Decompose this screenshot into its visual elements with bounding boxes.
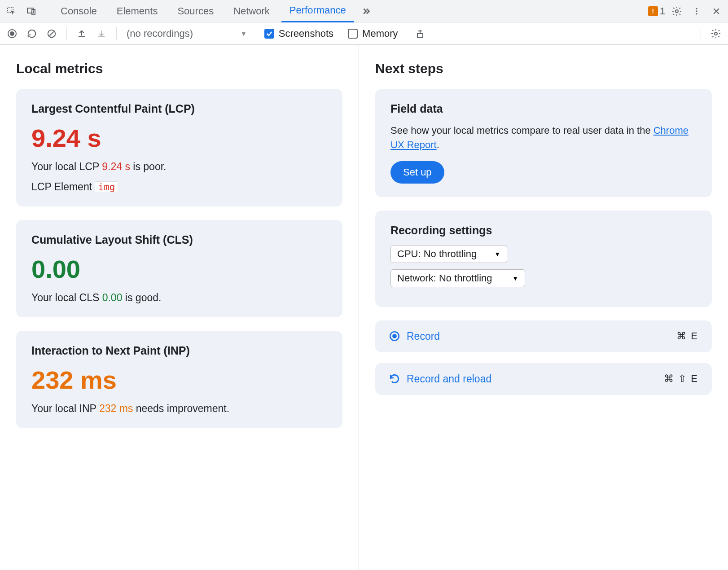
memory-label: Memory [362, 28, 398, 39]
record-button-icon[interactable] [4, 26, 20, 41]
inp-card: Interaction to Next Paint (INP) 232 ms Y… [16, 331, 342, 428]
record-icon [389, 330, 400, 342]
chevron-down-icon: ▼ [512, 275, 518, 282]
svg-point-11 [715, 32, 717, 35]
tab-console[interactable]: Console [53, 0, 105, 22]
cpu-throttling-value: CPU: No throttling [397, 248, 477, 260]
svg-rect-1 [27, 8, 33, 13]
svg-rect-10 [417, 34, 423, 37]
tab-elements[interactable]: Elements [109, 0, 166, 22]
more-tabs-icon[interactable] [358, 3, 374, 19]
close-icon[interactable] [708, 3, 724, 19]
svg-point-3 [675, 10, 678, 13]
memory-checkbox[interactable] [348, 29, 358, 39]
issues-badge[interactable]: ! 1 [648, 5, 665, 17]
issues-count: 1 [660, 5, 665, 17]
cls-desc: Your local CLS 0.00 is good. [31, 292, 327, 304]
lcp-desc-post: is poor. [130, 161, 167, 172]
inp-desc-post: needs improvement. [133, 403, 229, 414]
record-shortcut: ⌘ E [676, 330, 698, 342]
separator [257, 27, 257, 40]
reload-icon [389, 373, 400, 385]
upload-icon[interactable] [74, 26, 89, 41]
main-content: Local metrics Largest Contentful Paint (… [0, 45, 728, 570]
separator [66, 27, 67, 40]
reload-icon[interactable] [24, 26, 39, 41]
cls-desc-val: 0.00 [102, 292, 123, 303]
record-reload-action[interactable]: Record and reload ⌘ ⇧ E [375, 363, 712, 395]
recordings-label: (no recordings) [127, 28, 193, 39]
download-icon[interactable] [94, 26, 109, 41]
lcp-card: Largest Contentful Paint (LCP) 9.24 s Yo… [16, 89, 342, 206]
local-metrics-column: Local metrics Largest Contentful Paint (… [0, 45, 359, 570]
recording-settings-title: Recording settings [390, 224, 697, 237]
field-desc-pre: See how your local metrics compare to re… [390, 125, 653, 136]
recording-settings-card: Recording settings CPU: No throttling ▼ … [375, 210, 712, 307]
record-label: Record [407, 330, 440, 342]
lcp-element-row: LCP Element img [31, 181, 327, 193]
svg-point-5 [696, 10, 697, 12]
inp-title: Interaction to Next Paint (INP) [31, 344, 327, 357]
inp-desc: Your local INP 232 ms needs improvement. [31, 403, 327, 415]
lcp-value: 9.24 s [31, 123, 327, 153]
svg-point-8 [10, 31, 14, 36]
tab-network[interactable]: Network [225, 0, 278, 22]
lcp-desc-pre: Your local LCP [31, 161, 102, 172]
field-data-card: Field data See how your local metrics co… [375, 89, 712, 197]
device-toolbar-icon[interactable] [23, 3, 39, 19]
settings-icon[interactable] [669, 3, 685, 19]
cls-desc-pre: Your local CLS [31, 292, 102, 303]
field-data-desc: See how your local metrics compare to re… [390, 123, 697, 152]
screenshots-label: Screenshots [279, 28, 333, 39]
tab-sources[interactable]: Sources [169, 0, 222, 22]
warning-icon: ! [648, 6, 658, 16]
gc-icon[interactable] [412, 26, 428, 41]
field-data-title: Field data [390, 102, 697, 115]
inspect-element-icon[interactable] [4, 3, 20, 19]
lcp-element-tag[interactable]: img [95, 181, 118, 193]
inp-value: 232 ms [31, 365, 327, 395]
separator [116, 27, 117, 40]
kebab-menu-icon[interactable] [689, 3, 705, 19]
record-reload-shortcut: ⌘ ⇧ E [664, 373, 698, 385]
chevron-down-icon: ▼ [494, 250, 500, 258]
lcp-title: Largest Contentful Paint (LCP) [31, 102, 327, 115]
dropdown-caret-icon: ▼ [241, 30, 247, 37]
lcp-element-label: LCP Element [31, 181, 92, 193]
screenshots-checkbox[interactable] [264, 29, 274, 39]
network-throttling-select[interactable]: Network: No throttling ▼ [390, 269, 525, 287]
panel-settings-icon[interactable] [708, 26, 724, 41]
lcp-desc: Your local LCP 9.24 s is poor. [31, 161, 327, 173]
clear-icon[interactable] [44, 26, 59, 41]
svg-point-13 [392, 334, 397, 338]
tab-performance[interactable]: Performance [281, 0, 354, 22]
inp-desc-pre: Your local INP [31, 403, 99, 414]
separator [701, 27, 701, 40]
recordings-select[interactable]: (no recordings) ▼ [124, 28, 250, 39]
next-steps-heading: Next steps [375, 61, 712, 76]
field-desc-post: . [437, 139, 439, 150]
lcp-desc-val: 9.24 s [102, 161, 130, 172]
network-throttling-value: Network: No throttling [397, 272, 492, 284]
record-action[interactable]: Record ⌘ E [375, 320, 712, 352]
separator [46, 5, 46, 17]
set-up-button[interactable]: Set up [390, 161, 444, 184]
next-steps-column: Next steps Field data See how your local… [359, 45, 728, 570]
record-reload-label: Record and reload [407, 373, 491, 385]
svg-point-4 [696, 8, 697, 9]
cls-value: 0.00 [31, 254, 327, 284]
local-metrics-heading: Local metrics [16, 61, 342, 76]
cls-card: Cumulative Layout Shift (CLS) 0.00 Your … [16, 220, 342, 317]
svg-point-6 [696, 13, 697, 14]
cpu-throttling-select[interactable]: CPU: No throttling ▼ [390, 245, 507, 263]
perf-toolbar: (no recordings) ▼ Screenshots Memory [0, 22, 728, 45]
inp-desc-val: 232 ms [99, 403, 133, 414]
cls-title: Cumulative Layout Shift (CLS) [31, 233, 327, 246]
devtools-tab-bar: Console Elements Sources Network Perform… [0, 0, 728, 22]
cls-desc-post: is good. [122, 292, 161, 303]
